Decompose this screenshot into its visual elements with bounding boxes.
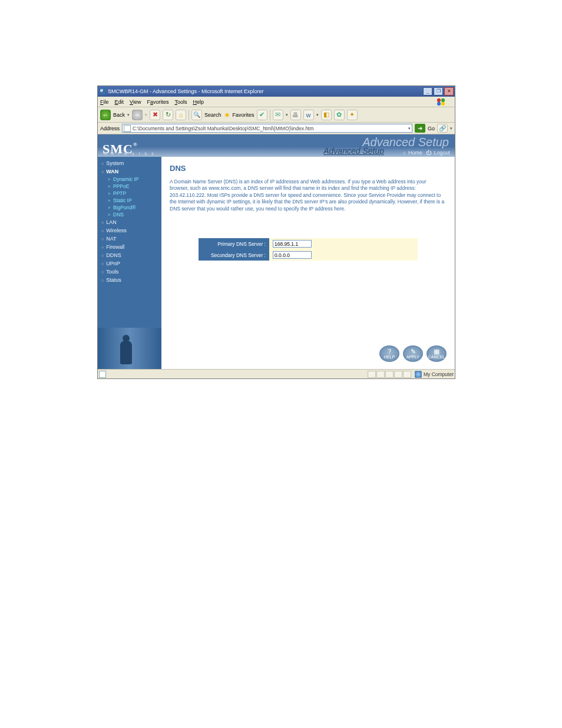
apply-icon: ✎ (411, 348, 416, 355)
menu-favorites[interactable]: Favorites (147, 99, 168, 105)
sidebar-sub-pptp[interactable]: PPTP (98, 190, 161, 197)
help-icon: ? (388, 348, 391, 355)
content-pane: DNS A Domain Name Server (DNS) is an ind… (161, 157, 455, 369)
edit-button[interactable]: w (303, 110, 314, 120)
links-button[interactable]: 🔗 (437, 124, 448, 133)
minimize-button[interactable]: _ (423, 87, 432, 95)
addressbar: Address C:\Documents and Settings\Zsolt … (98, 123, 455, 134)
statusbar: My Computer (98, 369, 455, 378)
search-icon[interactable]: 🔍 (191, 110, 202, 120)
windows-flag-icon (436, 98, 447, 106)
favorites-star-icon[interactable]: ★ (224, 111, 230, 119)
sidebar-sub-dynamic-ip[interactable]: Dynamic IP (98, 176, 161, 183)
search-label[interactable]: Search (204, 112, 222, 118)
sidebar-item-ddns[interactable]: DDNS (98, 251, 161, 259)
menu-edit[interactable]: Edit (115, 99, 124, 105)
address-input[interactable]: C:\Documents and Settings\Zsolt Mahunka\… (122, 124, 412, 133)
logout-link[interactable]: Logout (434, 150, 450, 156)
brand-networks: N e t w o r k s (104, 151, 156, 156)
secondary-dns-input[interactable] (273, 251, 312, 259)
sidebar-sub-static-ip[interactable]: Static IP (98, 197, 161, 204)
address-value: C:\Documents and Settings\Zsolt Mahunka\… (133, 126, 314, 131)
status-page-icon (99, 371, 106, 378)
sidebar-item-wan[interactable]: WAN (98, 167, 161, 176)
action-buttons: ?HELP ✎APPLY ▦CANCEL (379, 345, 447, 362)
forward-dropdown-icon[interactable]: ▾ (145, 113, 147, 117)
menu-tools[interactable]: Tools (174, 99, 187, 105)
messenger-button[interactable]: ✿ (334, 110, 345, 120)
secondary-dns-label: Secondary DNS Server : (199, 249, 269, 261)
sidebar-sub-dns[interactable]: DNS (98, 211, 161, 218)
zone-label: My Computer (424, 371, 454, 377)
mail-button[interactable]: ✉ (273, 110, 283, 120)
apply-button[interactable]: ✎APPLY (403, 345, 423, 362)
dns-form: Primary DNS Server : Secondary DNS Serve… (199, 238, 418, 261)
sidebar-item-wireless[interactable]: Wireless (98, 226, 161, 235)
help-button[interactable]: ?HELP (379, 345, 399, 362)
window-title: SMCWBR14-GM - Advanced Settings - Micros… (108, 88, 264, 94)
home-button[interactable]: ⌂ (176, 110, 186, 120)
sidebar-item-upnp[interactable]: UPnP (98, 259, 161, 268)
history-button[interactable]: ✔ (257, 110, 267, 120)
go-label: Go (428, 126, 435, 131)
links-dropdown-icon[interactable]: ▾ (450, 126, 452, 131)
discuss-button[interactable]: ◧ (321, 110, 332, 120)
menubar: File Edit View Favorites Tools Help (98, 97, 455, 107)
zone-icon (415, 371, 422, 378)
page-description: A Domain Name Server (DNS) is an index o… (170, 179, 447, 212)
primary-dns-input[interactable] (273, 240, 312, 248)
home-link[interactable]: Home (408, 150, 422, 156)
toolbar: ← Back ▾ → ▾ ✖ ↻ ⌂ 🔍 Search ★ Favorites … (98, 107, 455, 123)
menu-file[interactable]: File (100, 99, 109, 105)
favorites-label[interactable]: Favorites (233, 112, 254, 118)
menu-help[interactable]: Help (193, 99, 204, 105)
print-button[interactable]: 🖶 (290, 110, 301, 120)
sidebar-item-lan[interactable]: LAN (98, 218, 161, 226)
edit-dropdown-icon[interactable]: ▾ (316, 113, 319, 117)
back-label: Back (113, 112, 125, 118)
address-dropdown-icon[interactable]: ▾ (408, 126, 411, 131)
forward-button[interactable]: → (132, 110, 143, 120)
sidebar-decor (98, 328, 161, 369)
back-dropdown-icon[interactable]: ▾ (127, 113, 130, 117)
page-title: DNS (170, 164, 447, 173)
maximize-button[interactable]: ❐ (434, 87, 443, 95)
cancel-button[interactable]: ▦CANCEL (427, 345, 447, 362)
ie-icon (99, 88, 106, 95)
status-cell (376, 371, 385, 378)
refresh-button[interactable]: ↻ (163, 110, 173, 120)
logout-icon: ⏻ (426, 150, 431, 156)
sidebar-sub-bigpond[interactable]: BigPond® (98, 204, 161, 211)
sidebar-item-firewall[interactable]: Firewall (98, 243, 161, 251)
close-button[interactable]: ✕ (444, 87, 454, 95)
security-zone: My Computer (415, 371, 454, 378)
page-icon (124, 125, 131, 132)
sidebar-item-nat[interactable]: NAT (98, 235, 161, 243)
stop-button[interactable]: ✖ (150, 110, 160, 120)
sidebar-item-tools[interactable]: Tools (98, 268, 161, 276)
back-button[interactable]: ← (100, 110, 111, 120)
titlebar: SMCWBR14-GM - Advanced Settings - Micros… (98, 86, 455, 97)
go-button[interactable]: ➜ (415, 124, 425, 133)
browser-window: SMCWBR14-GM - Advanced Settings - Micros… (97, 85, 455, 379)
primary-dns-label: Primary DNS Server : (199, 238, 269, 249)
brand-header: SMC® N e t w o r k s Advanced Setup Adva… (98, 134, 455, 157)
cancel-icon: ▦ (434, 348, 439, 355)
page-body: System WAN Dynamic IP PPPoE PPTP Static … (98, 157, 455, 369)
home-icon: ⌂ (403, 150, 406, 156)
status-cell (368, 371, 376, 378)
sidebar-item-system[interactable]: System (98, 159, 161, 167)
address-label: Address (100, 126, 120, 131)
sidebar-sub-pppoe[interactable]: PPPoE (98, 183, 161, 190)
status-cell (385, 371, 394, 378)
sidebar-item-status[interactable]: Status (98, 276, 161, 284)
advanced-setup-label: Advanced Setup (323, 146, 384, 156)
status-cell (394, 371, 402, 378)
status-cell (403, 371, 411, 378)
extra-button[interactable]: ✦ (347, 110, 358, 120)
sidebar: System WAN Dynamic IP PPPoE PPTP Static … (98, 157, 161, 369)
menu-view[interactable]: View (130, 99, 141, 105)
header-navlinks: ⌂Home ⏻Logout (401, 150, 451, 156)
mail-dropdown-icon[interactable]: ▾ (286, 113, 288, 117)
